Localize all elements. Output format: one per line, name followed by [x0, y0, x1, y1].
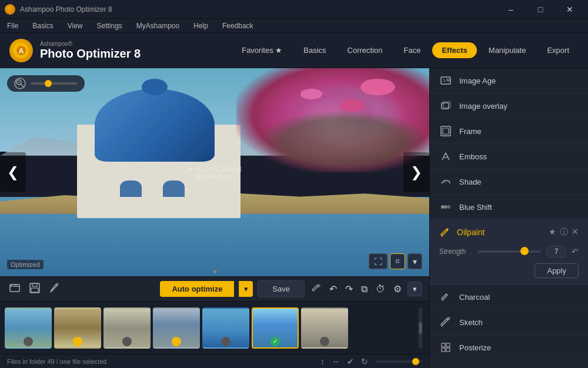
effect-frame[interactable]: Frame: [430, 119, 588, 144]
open-file-button[interactable]: [7, 280, 22, 298]
effect-image-age-label: Image Age: [459, 76, 496, 85]
color-picker-icon[interactable]: [309, 281, 323, 297]
thumb-badge-5: [221, 337, 230, 346]
brand-logo-icon: A: [9, 39, 33, 62]
resize-icon[interactable]: ↔: [332, 357, 340, 366]
brand: A Ashampoo® Photo Optimizer 8: [9, 39, 141, 62]
optimized-badge: Optimized: [7, 260, 44, 269]
tab-manipulate[interactable]: Manipulate: [479, 42, 536, 58]
strength-reset-button[interactable]: ↶: [572, 247, 579, 256]
active-effect-header: Oilpaint ★ ⓘ ✕: [439, 226, 579, 239]
menu-settings[interactable]: Settings: [94, 21, 124, 31]
tab-export[interactable]: Export: [537, 42, 579, 58]
filmstrip-scrollbar-thumb: [419, 322, 422, 334]
strength-slider[interactable]: [477, 250, 541, 253]
filmstrip-thumb-7[interactable]: [301, 307, 348, 349]
minimize-button[interactable]: –: [497, 0, 524, 19]
fit-view-button[interactable]: ⌗: [390, 253, 405, 269]
effect-sketch[interactable]: Sketch: [430, 310, 588, 335]
close-button[interactable]: ✕: [556, 0, 583, 19]
zoom-icon[interactable]: [14, 78, 26, 89]
toolbar-bottom: Auto optimize ▾ Save ↶ ↷ ⧉ ⏱ ⚙ ▾: [0, 276, 429, 301]
help-icon[interactable]: ⓘ: [560, 227, 568, 237]
favorite-icon[interactable]: ★: [549, 227, 556, 237]
filmstrip: ✓: [0, 301, 429, 354]
apply-button[interactable]: Apply: [534, 263, 579, 278]
effect-emboss[interactable]: Emboss: [430, 144, 588, 169]
svg-rect-21: [442, 343, 445, 347]
menu-myashampoo[interactable]: MyAshampoo: [134, 21, 182, 31]
refresh-icon[interactable]: ↻: [361, 357, 368, 366]
effect-frame-label: Frame: [459, 127, 482, 136]
menubar: File Basics View Settings MyAshampoo Hel…: [0, 19, 588, 33]
maximize-button[interactable]: □: [527, 0, 554, 19]
clock-icon[interactable]: ⏱: [373, 282, 387, 297]
svg-rect-24: [446, 348, 450, 352]
save-button[interactable]: Save: [258, 280, 305, 297]
thumb-badge-7: [320, 337, 329, 346]
effect-image-overlay[interactable]: Image overlay: [430, 93, 588, 119]
menu-file[interactable]: File: [5, 21, 21, 31]
sort-icon[interactable]: ↕: [320, 357, 325, 366]
status-slider[interactable]: [375, 360, 422, 363]
filmstrip-thumb-6[interactable]: ✓: [252, 307, 299, 349]
filmstrip-thumb-4[interactable]: [153, 307, 200, 349]
close-effect-icon[interactable]: ✕: [572, 227, 579, 237]
toolbar-end-dropdown[interactable]: ▾: [407, 282, 422, 296]
emboss-icon: [439, 150, 452, 163]
check-circle-icon[interactable]: ✔: [347, 357, 354, 366]
filmstrip-thumb-3[interactable]: [103, 307, 151, 349]
effect-posterize[interactable]: Posterize: [430, 335, 588, 360]
compare-button[interactable]: ⧉: [359, 282, 370, 297]
statusbar: Files in folder 49 / one file selected ↕…: [0, 354, 429, 368]
filmstrip-thumb-2[interactable]: [54, 307, 101, 349]
image-age-icon: [439, 74, 452, 87]
effect-charcoal[interactable]: Charcoal: [430, 285, 588, 310]
redo-button[interactable]: ↷: [343, 281, 355, 297]
menu-help[interactable]: Help: [191, 21, 211, 31]
filmstrip-scrollbar[interactable]: [419, 307, 422, 349]
tab-correction[interactable]: Correction: [338, 42, 392, 58]
panel-collapse-button[interactable]: ▾: [213, 267, 217, 276]
app-logo-icon: [5, 4, 15, 15]
filmstrip-thumb-5[interactable]: [202, 307, 249, 349]
settings-icon[interactable]: ⚙: [391, 281, 404, 297]
strength-value[interactable]: 7: [547, 246, 566, 257]
auto-optimize-dropdown[interactable]: ▾: [239, 281, 253, 297]
next-image-button[interactable]: ❯: [403, 152, 429, 192]
image-viewport: ✦ ALL PCWorld allpcworld.com: [0, 68, 429, 276]
zoom-thumb: [45, 80, 52, 87]
zoom-control: [7, 75, 85, 92]
effect-image-overlay-label: Image overlay: [459, 102, 507, 111]
window-controls: – □ ✕: [497, 0, 583, 19]
save-file-button[interactable]: [27, 280, 42, 298]
tab-effects[interactable]: Effects: [432, 42, 476, 58]
effect-shade[interactable]: Shade: [430, 169, 588, 195]
edit-tool-button[interactable]: [47, 280, 62, 298]
svg-rect-23: [442, 348, 445, 352]
menu-feedback[interactable]: Feedback: [220, 21, 256, 31]
svg-point-11: [318, 285, 320, 287]
tab-favorites[interactable]: Favorites ★: [232, 42, 292, 58]
view-options-button[interactable]: ▾: [407, 253, 422, 269]
effect-solarize[interactable]: Solarize: [430, 360, 588, 368]
brand-text: Ashampoo® Photo Optimizer 8: [40, 41, 141, 61]
menu-view[interactable]: View: [65, 21, 85, 31]
tab-face[interactable]: Face: [395, 42, 430, 58]
sketch-icon: [439, 316, 452, 329]
tab-basics[interactable]: Basics: [294, 42, 335, 58]
auto-optimize-button[interactable]: Auto optimize: [160, 281, 234, 297]
titlebar: Ashampoo Photo Optimizer 8 – □ ✕: [0, 0, 588, 19]
effect-charcoal-label: Charcoal: [459, 293, 490, 302]
fullscreen-button[interactable]: ⛶: [369, 253, 387, 269]
effect-image-age[interactable]: Image Age: [430, 68, 588, 93]
zoom-slider[interactable]: [31, 82, 78, 85]
window-title: Ashampoo Photo Optimizer 8: [20, 5, 112, 14]
effect-blue-shift[interactable]: Blue Shift: [430, 195, 588, 220]
filmstrip-thumb-1[interactable]: [5, 307, 52, 349]
active-effect-actions: ★ ⓘ ✕: [549, 227, 579, 237]
menu-basics[interactable]: Basics: [30, 21, 55, 31]
prev-image-button[interactable]: ❮: [0, 152, 26, 192]
undo-button[interactable]: ↶: [327, 281, 339, 297]
right-panel: Image Age Image overlay Frame Emboss Sha: [429, 68, 588, 368]
